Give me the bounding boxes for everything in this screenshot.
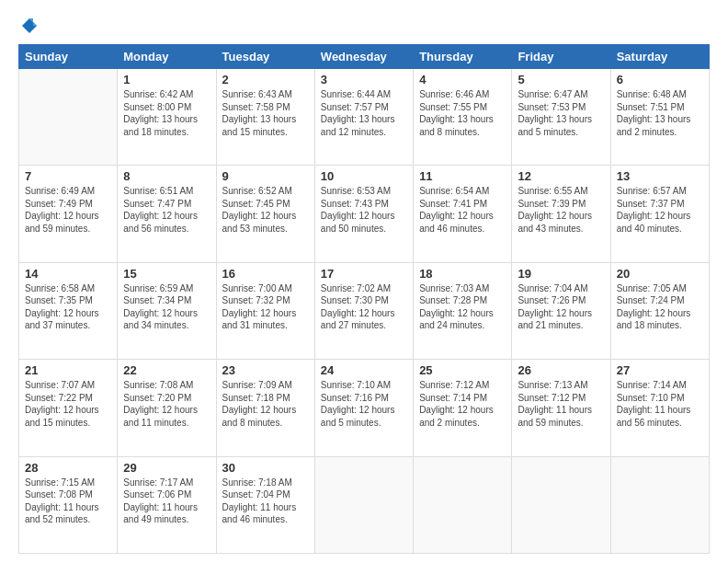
table-row: 6Sunrise: 6:48 AM Sunset: 7:51 PM Daylig…	[610, 69, 709, 166]
table-row: 29Sunrise: 7:17 AM Sunset: 7:06 PM Dayli…	[118, 456, 216, 553]
day-number: 4	[419, 73, 506, 86]
day-info: Sunrise: 7:05 AM Sunset: 7:24 PM Dayligh…	[617, 282, 703, 332]
table-row	[610, 456, 709, 553]
day-number: 2	[222, 73, 309, 86]
day-info: Sunrise: 6:51 AM Sunset: 7:47 PM Dayligh…	[123, 185, 210, 235]
day-info: Sunrise: 7:10 AM Sunset: 7:16 PM Dayligh…	[321, 379, 407, 429]
col-sunday: Sunday	[19, 45, 118, 69]
table-row: 3Sunrise: 6:44 AM Sunset: 7:57 PM Daylig…	[314, 69, 413, 166]
day-info: Sunrise: 6:46 AM Sunset: 7:55 PM Dayligh…	[419, 88, 506, 138]
calendar-week-row: 28Sunrise: 7:15 AM Sunset: 7:08 PM Dayli…	[19, 456, 710, 553]
day-number: 28	[25, 461, 111, 475]
day-info: Sunrise: 7:17 AM Sunset: 7:06 PM Dayligh…	[123, 477, 210, 526]
day-number: 1	[123, 73, 210, 86]
day-info: Sunrise: 7:18 AM Sunset: 7:04 PM Dayligh…	[222, 477, 309, 526]
day-number: 14	[25, 267, 111, 281]
day-info: Sunrise: 7:08 AM Sunset: 7:20 PM Dayligh…	[123, 379, 210, 429]
table-row	[19, 69, 118, 166]
day-number: 23	[222, 363, 309, 377]
calendar-week-row: 14Sunrise: 6:58 AM Sunset: 7:35 PM Dayli…	[19, 262, 710, 359]
table-row	[314, 456, 413, 553]
table-row: 18Sunrise: 7:03 AM Sunset: 7:28 PM Dayli…	[414, 262, 512, 359]
day-info: Sunrise: 6:42 AM Sunset: 8:00 PM Dayligh…	[123, 88, 210, 138]
table-row: 11Sunrise: 6:54 AM Sunset: 7:41 PM Dayli…	[414, 166, 512, 262]
day-number: 17	[321, 267, 407, 281]
day-number: 22	[123, 363, 210, 377]
table-row	[414, 456, 512, 553]
day-number: 29	[123, 461, 210, 475]
day-number: 12	[518, 169, 604, 183]
day-info: Sunrise: 6:52 AM Sunset: 7:45 PM Dayligh…	[222, 185, 309, 235]
day-info: Sunrise: 7:13 AM Sunset: 7:12 PM Dayligh…	[518, 379, 604, 429]
day-number: 21	[25, 363, 111, 377]
day-number: 15	[123, 267, 210, 281]
day-number: 9	[222, 169, 309, 183]
day-number: 26	[518, 363, 604, 377]
col-saturday: Saturday	[610, 45, 709, 69]
col-thursday: Thursday	[414, 45, 512, 69]
table-row: 7Sunrise: 6:49 AM Sunset: 7:49 PM Daylig…	[19, 166, 118, 262]
col-monday: Monday	[118, 45, 216, 69]
day-info: Sunrise: 6:44 AM Sunset: 7:57 PM Dayligh…	[321, 88, 407, 138]
calendar-week-row: 21Sunrise: 7:07 AM Sunset: 7:22 PM Dayli…	[19, 360, 710, 456]
day-info: Sunrise: 6:43 AM Sunset: 7:58 PM Dayligh…	[222, 88, 309, 138]
table-row: 17Sunrise: 7:02 AM Sunset: 7:30 PM Dayli…	[314, 262, 413, 359]
day-info: Sunrise: 7:12 AM Sunset: 7:14 PM Dayligh…	[419, 379, 506, 429]
table-row: 21Sunrise: 7:07 AM Sunset: 7:22 PM Dayli…	[19, 360, 118, 456]
day-info: Sunrise: 6:58 AM Sunset: 7:35 PM Dayligh…	[25, 282, 111, 332]
day-info: Sunrise: 6:47 AM Sunset: 7:53 PM Dayligh…	[518, 88, 604, 138]
day-number: 11	[419, 169, 506, 183]
table-row: 12Sunrise: 6:55 AM Sunset: 7:39 PM Dayli…	[512, 166, 610, 262]
calendar-header-row: Sunday Monday Tuesday Wednesday Thursday…	[19, 45, 710, 69]
day-info: Sunrise: 6:49 AM Sunset: 7:49 PM Dayligh…	[25, 185, 111, 235]
table-row: 2Sunrise: 6:43 AM Sunset: 7:58 PM Daylig…	[216, 69, 314, 166]
day-number: 16	[222, 267, 309, 281]
day-info: Sunrise: 7:00 AM Sunset: 7:32 PM Dayligh…	[222, 282, 309, 332]
table-row: 19Sunrise: 7:04 AM Sunset: 7:26 PM Dayli…	[512, 262, 610, 359]
day-info: Sunrise: 6:57 AM Sunset: 7:37 PM Dayligh…	[617, 185, 703, 235]
table-row	[512, 456, 610, 553]
day-number: 6	[617, 73, 703, 86]
table-row: 24Sunrise: 7:10 AM Sunset: 7:16 PM Dayli…	[314, 360, 413, 456]
header	[18, 17, 710, 35]
day-number: 18	[419, 267, 506, 281]
col-wednesday: Wednesday	[314, 45, 413, 69]
table-row: 14Sunrise: 6:58 AM Sunset: 7:35 PM Dayli…	[19, 262, 118, 359]
calendar-week-row: 1Sunrise: 6:42 AM Sunset: 8:00 PM Daylig…	[19, 69, 710, 166]
day-number: 10	[321, 169, 407, 183]
day-number: 20	[617, 267, 703, 281]
day-info: Sunrise: 7:03 AM Sunset: 7:28 PM Dayligh…	[419, 282, 506, 332]
calendar-week-row: 7Sunrise: 6:49 AM Sunset: 7:49 PM Daylig…	[19, 166, 710, 262]
table-row: 8Sunrise: 6:51 AM Sunset: 7:47 PM Daylig…	[118, 166, 216, 262]
day-info: Sunrise: 6:53 AM Sunset: 7:43 PM Dayligh…	[321, 185, 407, 235]
day-info: Sunrise: 7:14 AM Sunset: 7:10 PM Dayligh…	[617, 379, 703, 429]
day-number: 30	[222, 461, 309, 475]
day-number: 19	[518, 267, 604, 281]
table-row: 15Sunrise: 6:59 AM Sunset: 7:34 PM Dayli…	[118, 262, 216, 359]
table-row: 22Sunrise: 7:08 AM Sunset: 7:20 PM Dayli…	[118, 360, 216, 456]
calendar-table: Sunday Monday Tuesday Wednesday Thursday…	[18, 44, 710, 554]
day-info: Sunrise: 7:09 AM Sunset: 7:18 PM Dayligh…	[222, 379, 309, 429]
day-number: 27	[617, 363, 703, 377]
col-friday: Friday	[512, 45, 610, 69]
day-info: Sunrise: 6:48 AM Sunset: 7:51 PM Dayligh…	[617, 88, 703, 138]
day-number: 7	[25, 169, 111, 183]
day-info: Sunrise: 6:55 AM Sunset: 7:39 PM Dayligh…	[518, 185, 604, 235]
day-number: 13	[617, 169, 703, 183]
day-info: Sunrise: 6:59 AM Sunset: 7:34 PM Dayligh…	[123, 282, 210, 332]
day-number: 8	[123, 169, 210, 183]
day-info: Sunrise: 7:07 AM Sunset: 7:22 PM Dayligh…	[25, 379, 111, 429]
day-number: 25	[419, 363, 506, 377]
table-row: 4Sunrise: 6:46 AM Sunset: 7:55 PM Daylig…	[414, 69, 512, 166]
table-row: 25Sunrise: 7:12 AM Sunset: 7:14 PM Dayli…	[414, 360, 512, 456]
table-row: 30Sunrise: 7:18 AM Sunset: 7:04 PM Dayli…	[216, 456, 314, 553]
table-row: 23Sunrise: 7:09 AM Sunset: 7:18 PM Dayli…	[216, 360, 314, 456]
page: Sunday Monday Tuesday Wednesday Thursday…	[0, 0, 728, 563]
day-info: Sunrise: 7:02 AM Sunset: 7:30 PM Dayligh…	[321, 282, 407, 332]
table-row: 28Sunrise: 7:15 AM Sunset: 7:08 PM Dayli…	[19, 456, 118, 553]
table-row: 13Sunrise: 6:57 AM Sunset: 7:37 PM Dayli…	[610, 166, 709, 262]
logo	[18, 17, 39, 35]
table-row: 9Sunrise: 6:52 AM Sunset: 7:45 PM Daylig…	[216, 166, 314, 262]
table-row: 20Sunrise: 7:05 AM Sunset: 7:24 PM Dayli…	[610, 262, 709, 359]
day-number: 3	[321, 73, 407, 86]
